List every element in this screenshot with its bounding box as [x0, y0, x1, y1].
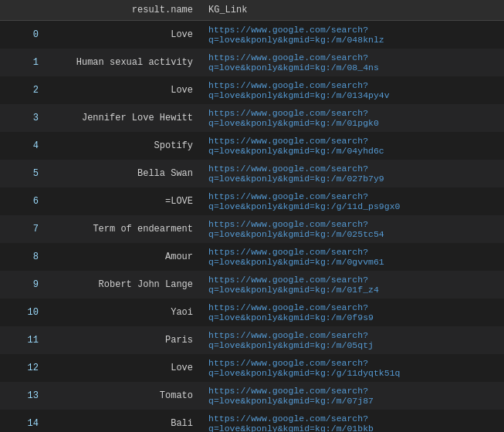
- row-index: 8: [0, 243, 46, 271]
- row-index: 6: [0, 187, 46, 215]
- row-name: Human sexual activity: [46, 49, 201, 76]
- row-link[interactable]: https://www.google.com/search?q=love&kpo…: [201, 271, 504, 299]
- table-row: 13 Tomato https://www.google.com/search?…: [0, 382, 504, 410]
- row-index: 2: [0, 76, 46, 104]
- row-index: 9: [0, 271, 46, 299]
- row-link[interactable]: https://www.google.com/search?q=love&kpo…: [201, 326, 504, 354]
- row-index: 10: [0, 299, 46, 326]
- row-name: Love: [46, 21, 201, 49]
- row-index: 5: [0, 160, 46, 187]
- row-name: =LOVE: [46, 187, 201, 215]
- row-index: 1: [0, 49, 46, 76]
- table-row: 6 =LOVE https://www.google.com/search?q=…: [0, 187, 504, 215]
- results-table: result.name KG_Link 0 Love https://www.g…: [0, 0, 504, 432]
- index-header: [0, 0, 46, 21]
- row-index: 3: [0, 104, 46, 132]
- row-index: 11: [0, 326, 46, 354]
- table-row: 1 Human sexual activity https://www.goog…: [0, 49, 504, 76]
- row-link[interactable]: https://www.google.com/search?q=love&kpo…: [201, 132, 504, 160]
- row-link[interactable]: https://www.google.com/search?q=love&kpo…: [201, 410, 504, 432]
- row-index: 4: [0, 132, 46, 160]
- row-name: Amour: [46, 243, 201, 271]
- row-name: Jennifer Love Hewitt: [46, 104, 201, 132]
- table-row: 5 Bella Swan https://www.google.com/sear…: [0, 160, 504, 187]
- row-link[interactable]: https://www.google.com/search?q=love&kpo…: [201, 104, 504, 132]
- table-row: 4 Spotify https://www.google.com/search?…: [0, 132, 504, 160]
- table-row: 7 Term of endearment https://www.google.…: [0, 215, 504, 243]
- row-index: 14: [0, 410, 46, 432]
- table-row: 11 Paris https://www.google.com/search?q…: [0, 326, 504, 354]
- row-link[interactable]: https://www.google.com/search?q=love&kpo…: [201, 243, 504, 271]
- row-link[interactable]: https://www.google.com/search?q=love&kpo…: [201, 160, 504, 187]
- table-row: 2 Love https://www.google.com/search?q=l…: [0, 76, 504, 104]
- row-name: Love: [46, 76, 201, 104]
- row-name: Robert John Lange: [46, 271, 201, 299]
- row-name: Tomato: [46, 382, 201, 410]
- row-index: 7: [0, 215, 46, 243]
- table-row: 10 Yaoi https://www.google.com/search?q=…: [0, 299, 504, 326]
- table-row: 8 Amour https://www.google.com/search?q=…: [0, 243, 504, 271]
- row-index: 13: [0, 382, 46, 410]
- table-row: 12 Love https://www.google.com/search?q=…: [0, 354, 504, 382]
- row-link[interactable]: https://www.google.com/search?q=love&kpo…: [201, 21, 504, 49]
- result-name-header: result.name: [46, 0, 201, 21]
- row-name: Bali: [46, 410, 201, 432]
- row-link[interactable]: https://www.google.com/search?q=love&kpo…: [201, 382, 504, 410]
- row-link[interactable]: https://www.google.com/search?q=love&kpo…: [201, 187, 504, 215]
- row-link[interactable]: https://www.google.com/search?q=love&kpo…: [201, 354, 504, 382]
- row-link[interactable]: https://www.google.com/search?q=love&kpo…: [201, 299, 504, 326]
- row-link[interactable]: https://www.google.com/search?q=love&kpo…: [201, 49, 504, 76]
- row-link[interactable]: https://www.google.com/search?q=love&kpo…: [201, 76, 504, 104]
- row-name: Love: [46, 354, 201, 382]
- row-index: 12: [0, 354, 46, 382]
- row-name: Yaoi: [46, 299, 201, 326]
- row-index: 0: [0, 21, 46, 49]
- row-link[interactable]: https://www.google.com/search?q=love&kpo…: [201, 215, 504, 243]
- kg-link-header: KG_Link: [201, 0, 504, 21]
- row-name: Spotify: [46, 132, 201, 160]
- table-row: 14 Bali https://www.google.com/search?q=…: [0, 410, 504, 432]
- table-row: 9 Robert John Lange https://www.google.c…: [0, 271, 504, 299]
- row-name: Term of endearment: [46, 215, 201, 243]
- table-row: 0 Love https://www.google.com/search?q=l…: [0, 21, 504, 49]
- row-name: Bella Swan: [46, 160, 201, 187]
- row-name: Paris: [46, 326, 201, 354]
- table-row: 3 Jennifer Love Hewitt https://www.googl…: [0, 104, 504, 132]
